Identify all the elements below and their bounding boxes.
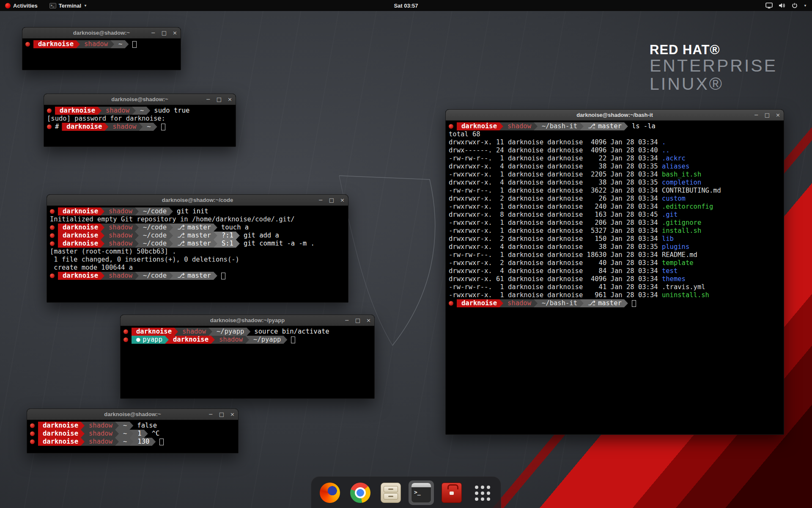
command-text: source bin/activate	[254, 328, 329, 336]
prompt-fedora-icon	[47, 124, 52, 129]
file-name-directory: themes	[662, 275, 686, 283]
terminal-content[interactable]: darknoiseshadow~/bash-it⎇masterls -latot…	[446, 121, 784, 434]
prompt-fedora-icon	[30, 431, 35, 436]
prompt-fedora-icon	[25, 42, 30, 47]
window-title: darknoise@shadow:~	[104, 411, 161, 417]
minimize-button[interactable]: −	[754, 110, 759, 121]
prompt-segment-user: darknoise	[457, 122, 503, 130]
terminal-window-home-1: darknoise@shadow:~ − □ × darknoiseshadow…	[22, 27, 181, 70]
terminal-cursor	[132, 41, 137, 48]
display-icon	[765, 3, 773, 8]
command-text: git init	[177, 207, 208, 215]
prompt-segment-host: shadow	[101, 232, 139, 240]
activities-button[interactable]: Activities	[3, 0, 39, 11]
window-titlebar[interactable]: darknoise@shadow:~/code − □ ×	[47, 195, 348, 206]
terminal-cursor	[632, 300, 636, 307]
terminal-line: darknoiseshadow~/pyappsource bin/activat…	[123, 328, 371, 336]
dock-item-show-applications[interactable]	[469, 480, 495, 505]
window-titlebar[interactable]: darknoise@shadow:~ − □ ×	[27, 409, 238, 420]
maximize-button[interactable]: □	[219, 409, 224, 420]
maximize-button[interactable]: □	[162, 28, 167, 39]
terminal-content[interactable]: darknoiseshadow~	[22, 39, 181, 70]
window-titlebar[interactable]: darknoise@shadow:~ − □ ×	[44, 94, 236, 105]
file-name-directory: custom	[662, 195, 686, 203]
close-button[interactable]: ×	[366, 315, 371, 326]
dock-item-chrome[interactable]	[348, 480, 373, 505]
close-button[interactable]: ×	[173, 28, 177, 39]
minimize-button[interactable]: −	[206, 94, 211, 105]
maximize-button[interactable]: □	[355, 315, 360, 326]
prompt-fedora-icon	[50, 233, 55, 238]
chevron-down-icon: ▼	[84, 4, 87, 8]
terminal-icon-titlebar	[411, 483, 431, 487]
command-text: git add a	[244, 232, 279, 240]
terminal-line: drwx------. 24 darknoise darknoise 4096 …	[449, 146, 781, 155]
maximize-button[interactable]: □	[329, 195, 334, 206]
terminal-cursor	[221, 273, 225, 279]
maximize-button[interactable]: □	[217, 94, 222, 105]
window-titlebar[interactable]: darknoise@shadow:~ − □ ×	[22, 28, 181, 39]
system-status-area[interactable]: ▼	[765, 3, 812, 8]
clock-button[interactable]: Sat 03:57	[392, 0, 420, 11]
dock-item-file-manager[interactable]	[378, 480, 403, 505]
minimize-button[interactable]: −	[345, 315, 349, 326]
terminal-line: drwxrwxr-x. 2 darknoise darknoise 26 Jan…	[449, 195, 781, 203]
terminal-line: 1 file changed, 0 insertions(+), 0 delet…	[50, 256, 345, 264]
prompt-segment-user: darknoise	[33, 40, 80, 48]
app-menu-terminal[interactable]: >_ Terminal ▼	[48, 0, 89, 11]
file-name-executable: .gitignore	[662, 219, 701, 227]
prompt-fedora-icon	[123, 337, 128, 342]
terminal-content[interactable]: darknoiseshadow~/codegit initInitialized…	[47, 206, 348, 302]
window-titlebar[interactable]: darknoise@shadow:~/bash-it − □ ×	[446, 110, 784, 121]
output-text: -rwxrwxr-x. 1 darknoise darknoise 240 Ja…	[449, 203, 662, 211]
output-text: total 68	[449, 130, 480, 138]
prompt-fedora-icon	[449, 301, 453, 306]
output-text: -rwxrwxr-x. 1 darknoise darknoise 961 Ja…	[449, 291, 662, 299]
toolbox-icon	[442, 483, 462, 503]
close-button[interactable]: ×	[776, 110, 780, 121]
drawer-graphic	[384, 486, 398, 492]
dock-item-toolbox[interactable]	[439, 480, 464, 505]
close-button[interactable]: ×	[228, 94, 232, 105]
dock: >_	[311, 476, 501, 508]
file-name-directory: .git	[662, 211, 678, 219]
output-text: -rw-rw-r--. 1 darknoise darknoise 18630 …	[449, 251, 662, 259]
output-text: drwx------. 24 darknoise darknoise 4096 …	[449, 146, 662, 155]
file-name-executable: .editorconfig	[662, 203, 713, 211]
terminal-content[interactable]: darknoiseshadow~falsedarknoiseshadow~1^C…	[27, 420, 238, 453]
terminal-line: -rwxrwxr-x. 2 darknoise darknoise 40 Jan…	[449, 259, 781, 267]
window-titlebar[interactable]: darknoise@shadow:~/pyapp − □ ×	[121, 315, 374, 326]
dock-item-terminal[interactable]: >_	[409, 480, 434, 505]
file-name-executable: bash_it.sh	[662, 171, 701, 179]
prompt-segment-git-branch: ⎇master	[169, 272, 217, 280]
file-name-executable: uninstall.sh	[662, 291, 709, 299]
terminal-content[interactable]: darknoiseshadow~sudo true[sudo] password…	[44, 105, 236, 146]
chrome-icon	[350, 483, 370, 503]
minimize-button[interactable]: −	[208, 409, 213, 420]
file-name-directory: .ackrc	[662, 155, 686, 163]
prompt-fedora-icon	[47, 108, 52, 113]
terminal-window-sudo: darknoise@shadow:~ − □ × darknoiseshadow…	[44, 94, 236, 147]
prompt-segment-host: shadow	[174, 328, 212, 336]
terminal-window-pyapp: darknoise@shadow:~/pyapp − □ × darknoise…	[120, 315, 375, 399]
prompt-segment-host: shadow	[101, 272, 139, 280]
git-branch-icon: ⎇	[177, 232, 185, 239]
output-text: drwxrwxr-x. 11 darknoise darknoise 4096 …	[449, 138, 662, 146]
prompt-segment-user: darknoise	[62, 123, 108, 131]
minimize-button[interactable]: −	[318, 195, 323, 206]
terminal-line: darknoiseshadow~false	[30, 422, 235, 430]
minimize-button[interactable]: −	[151, 28, 156, 39]
close-button[interactable]: ×	[230, 409, 235, 420]
dock-item-firefox[interactable]	[317, 480, 343, 505]
terminal-line: drwxrwxr-x. 4 darknoise darknoise 84 Jan…	[449, 267, 781, 275]
prompt-segment-virtualenv: ●pyapp	[132, 336, 169, 344]
close-button[interactable]: ×	[340, 195, 345, 206]
maximize-button[interactable]: □	[765, 110, 770, 121]
file-name: .travis.yml	[662, 283, 705, 291]
prompt-fedora-icon	[50, 225, 55, 230]
command-text: touch a	[221, 224, 249, 232]
command-text: sudo true	[154, 107, 189, 115]
terminal-line: drwxrwxr-x. 61 darknoise darknoise 4096 …	[449, 275, 781, 283]
terminal-content[interactable]: darknoiseshadow~/pyappsource bin/activat…	[121, 326, 374, 398]
prompt-segment-host: shadow	[81, 422, 119, 430]
